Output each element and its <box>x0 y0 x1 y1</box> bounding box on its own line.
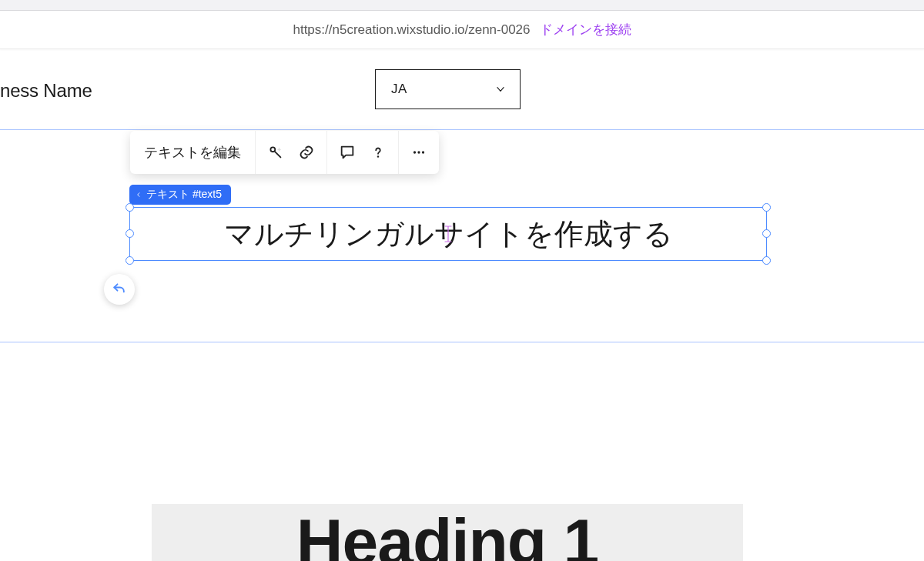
svg-point-2 <box>413 151 416 153</box>
help-icon[interactable] <box>363 137 393 168</box>
resize-handle-bottom-right[interactable] <box>762 256 771 265</box>
chevron-left-icon <box>136 191 142 199</box>
text-cursor-icon <box>444 225 453 243</box>
resize-handle-middle-right[interactable] <box>762 229 771 238</box>
more-icon[interactable] <box>403 137 434 168</box>
connect-domain-link[interactable]: ドメインを接続 <box>540 21 631 38</box>
breadcrumb-label: テキスト #text5 <box>146 188 222 202</box>
language-selector-value: JA <box>391 82 407 97</box>
language-selector[interactable]: JA <box>375 69 521 109</box>
chevron-down-icon <box>495 84 506 95</box>
heading-text: Heading 1 <box>296 516 598 561</box>
preview-url-bar: https://n5creation.wixstudio.io/zenn-002… <box>0 11 924 49</box>
edit-text-button[interactable]: テキストを編集 <box>130 131 256 174</box>
link-icon[interactable] <box>291 137 322 168</box>
svg-point-4 <box>422 151 424 153</box>
side-tick <box>766 220 767 229</box>
svg-point-1 <box>377 155 379 157</box>
element-toolbar: テキストを編集 <box>130 131 439 174</box>
svg-point-3 <box>417 151 420 153</box>
preview-url-text: https://n5creation.wixstudio.io/zenn-002… <box>293 22 530 38</box>
resize-handle-top-left[interactable] <box>126 203 134 212</box>
undo-button[interactable] <box>104 274 135 305</box>
resize-handle-bottom-left[interactable] <box>126 256 134 265</box>
window-chrome-top <box>0 0 924 11</box>
side-tick <box>766 239 767 248</box>
breadcrumb-chip[interactable]: テキスト #text5 <box>129 185 231 205</box>
side-tick <box>129 220 130 229</box>
selected-text-element[interactable]: マルチリンガルサイトを作成する <box>129 207 767 261</box>
section-strip: テキストを編集 テキスト #text5 <box>0 129 924 342</box>
side-tick <box>129 239 130 248</box>
resize-handle-top-right[interactable] <box>762 203 771 212</box>
ai-magic-icon[interactable] <box>260 137 291 168</box>
site-header: ness Name JA <box>0 49 924 129</box>
comment-icon[interactable] <box>332 137 363 168</box>
edit-text-label: テキストを編集 <box>144 143 241 162</box>
resize-handle-middle-left[interactable] <box>126 229 134 238</box>
svg-point-0 <box>270 147 275 152</box>
heading-block: Heading 1 <box>152 504 743 561</box>
brand-name: ness Name <box>0 80 92 102</box>
